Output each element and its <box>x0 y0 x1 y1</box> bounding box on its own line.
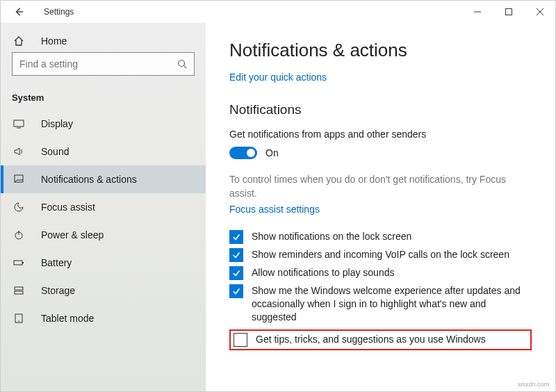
svg-rect-2 <box>14 120 24 126</box>
storage-icon <box>12 285 26 296</box>
maximize-button[interactable] <box>493 1 524 23</box>
content-area: Notifications & actions Edit your quick … <box>206 23 555 391</box>
sidebar-item-label: Focus assist <box>41 202 95 213</box>
sidebar-item-label: Storage <box>41 285 75 296</box>
minimize-icon <box>474 8 481 15</box>
sidebar-item-focus-assist[interactable]: Focus assist <box>1 193 206 221</box>
sidebar-item-label: Sound <box>41 146 69 157</box>
sidebar-item-label: Display <box>41 118 73 129</box>
page-title: Notifications & actions <box>229 40 532 61</box>
checkbox[interactable] <box>229 284 243 298</box>
display-icon <box>12 118 26 129</box>
option-tips-tricks: Get tips, tricks, and suggestions as you… <box>234 333 528 347</box>
search-icon <box>177 59 187 69</box>
home-link[interactable]: Home <box>1 30 206 52</box>
tablet-icon <box>12 313 26 324</box>
watermark: wsxdn.com <box>518 381 549 388</box>
checkbox[interactable] <box>234 333 247 347</box>
notifications-toggle-row: On <box>229 147 532 159</box>
sidebar-item-power-sleep[interactable]: Power & sleep <box>1 221 206 249</box>
svg-rect-0 <box>505 9 512 15</box>
battery-icon <box>12 257 26 268</box>
checkbox-label: Show reminders and incoming VoIP calls o… <box>252 248 532 261</box>
sidebar-item-storage[interactable]: Storage <box>1 277 206 304</box>
focus-assist-link[interactable]: Focus assist settings <box>229 204 320 215</box>
notifications-toggle[interactable] <box>229 147 257 159</box>
highlighted-option: Get tips, tricks, and suggestions as you… <box>229 329 532 350</box>
sound-icon <box>12 146 26 157</box>
close-icon <box>537 8 543 15</box>
sidebar-item-label: Notifications & actions <box>41 174 137 185</box>
checkbox[interactable] <box>229 266 243 280</box>
option-lock-screen-notifications: Show notifications on the lock screen <box>229 230 532 244</box>
sidebar-item-label: Power & sleep <box>41 229 104 240</box>
notifications-icon <box>12 174 26 185</box>
svg-rect-8 <box>15 291 23 294</box>
svg-rect-5 <box>14 261 22 265</box>
minimize-button[interactable] <box>461 1 493 23</box>
window-body: Home System Display Sound <box>1 23 555 391</box>
notification-options: Show notifications on the lock screen Sh… <box>229 230 532 350</box>
search-input[interactable] <box>19 58 177 70</box>
edit-quick-actions-link[interactable]: Edit your quick actions <box>229 72 327 83</box>
checkbox-label: Show notifications on the lock screen <box>252 230 532 243</box>
sidebar-item-notifications[interactable]: Notifications & actions <box>1 165 206 193</box>
option-play-sounds: Allow notifications to play sounds <box>229 266 532 280</box>
sidebar-item-display[interactable]: Display <box>1 110 206 138</box>
close-button[interactable] <box>524 1 555 23</box>
option-welcome-experience: Show me the Windows welcome experience a… <box>229 284 532 324</box>
senders-description: Get notifications from apps and other se… <box>229 129 532 140</box>
settings-window: Settings Home System <box>0 0 556 392</box>
home-label: Home <box>41 35 67 47</box>
search-container <box>1 52 206 83</box>
toggle-label: On <box>265 147 279 158</box>
sidebar-item-label: Battery <box>41 257 72 268</box>
sidebar-item-sound[interactable]: Sound <box>1 138 206 165</box>
window-title: Settings <box>30 7 74 17</box>
checkbox[interactable] <box>229 230 243 244</box>
home-icon <box>12 35 26 47</box>
sidebar: Home System Display Sound <box>1 23 206 391</box>
checkbox-label: Show me the Windows welcome experience a… <box>252 284 532 324</box>
svg-rect-7 <box>15 287 23 290</box>
option-lock-screen-reminders: Show reminders and incoming VoIP calls o… <box>229 248 532 262</box>
svg-point-1 <box>179 60 185 67</box>
svg-rect-6 <box>22 262 24 263</box>
focus-assist-hint: To control times when you do or don't ge… <box>229 173 521 200</box>
titlebar: Settings <box>1 1 555 23</box>
power-icon <box>12 229 26 240</box>
sidebar-item-label: Tablet mode <box>41 313 94 324</box>
checkbox-label: Get tips, tricks, and suggestions as you… <box>256 333 528 346</box>
back-button[interactable] <box>8 1 30 23</box>
sidebar-item-tablet-mode[interactable]: Tablet mode <box>1 304 206 332</box>
sidebar-item-battery[interactable]: Battery <box>1 249 206 277</box>
search-box[interactable] <box>12 52 195 76</box>
checkbox[interactable] <box>229 248 243 262</box>
svg-point-10 <box>18 320 19 322</box>
maximize-icon <box>505 8 512 15</box>
checkbox-label: Allow notifications to play sounds <box>252 266 532 279</box>
section-header: System <box>1 83 206 110</box>
notifications-header: Notifications <box>229 102 532 117</box>
focus-assist-icon <box>12 202 26 213</box>
arrow-left-icon <box>14 7 24 17</box>
